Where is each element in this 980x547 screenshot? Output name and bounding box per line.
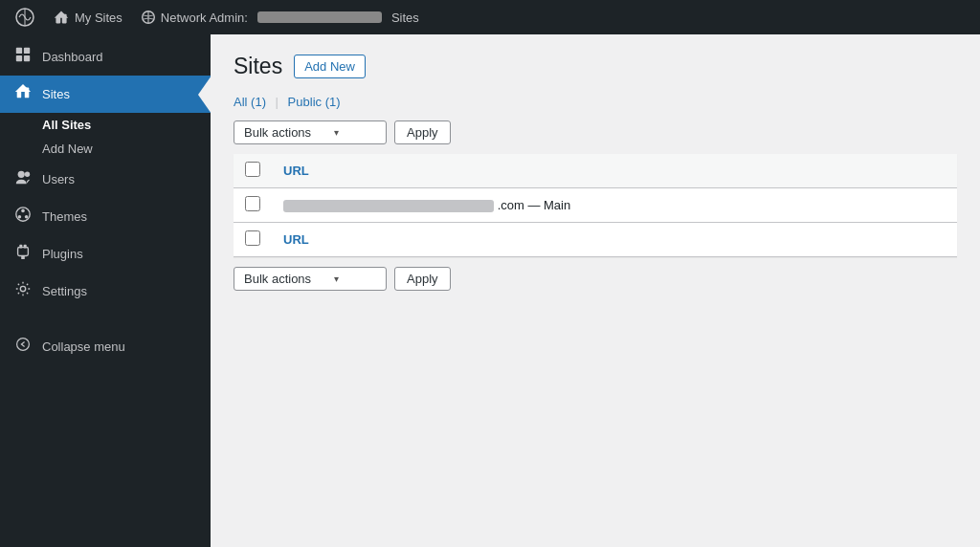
svg-rect-10 (24, 55, 30, 61)
table-header-row: URL (234, 154, 957, 188)
dashboard-icon (13, 46, 33, 68)
sidebar-item-sites[interactable]: Sites (0, 76, 211, 113)
add-new-button[interactable]: Add New (294, 55, 366, 78)
network-admin-link[interactable]: Network Admin: Sites (134, 0, 427, 34)
sidebar-item-plugins[interactable]: Plugins (0, 235, 211, 273)
svg-rect-11 (17, 91, 22, 98)
my-sites-link[interactable]: My Sites (46, 0, 130, 34)
bulk-actions-select-bottom[interactable]: Bulk actions ▾ (234, 267, 387, 291)
apply-button-bottom[interactable]: Apply (394, 267, 451, 291)
row-checkbox[interactable] (245, 196, 260, 211)
chevron-down-icon-bottom: ▾ (334, 274, 339, 284)
sidebar-dashboard-label: Dashboard (42, 50, 103, 64)
sidebar-sub-add-new[interactable]: Add New (42, 137, 211, 161)
svg-point-18 (25, 215, 29, 219)
svg-point-17 (21, 209, 25, 213)
bulk-actions-label-bottom: Bulk actions (244, 272, 311, 286)
page-title: Sites (234, 54, 282, 79)
sidebar: Dashboard Sites All Sites Add New Users (0, 34, 211, 547)
footer-select-all-checkbox[interactable] (245, 230, 260, 246)
row-url-cell: .com — Main (272, 188, 957, 223)
site-main-label: .com — Main (498, 198, 571, 212)
sites-icon (13, 83, 33, 105)
sidebar-users-label: Users (42, 172, 75, 186)
sidebar-item-dashboard[interactable]: Dashboard (0, 38, 211, 76)
settings-icon (13, 280, 33, 302)
network-admin-label: Network Admin: (161, 11, 248, 25)
svg-rect-22 (18, 248, 29, 256)
users-icon (13, 168, 33, 190)
my-sites-label: My Sites (75, 11, 122, 25)
wp-logo-link[interactable] (8, 0, 42, 34)
collapse-icon (13, 337, 33, 357)
svg-rect-8 (24, 48, 30, 54)
select-all-checkbox[interactable] (245, 162, 260, 177)
svg-point-25 (17, 339, 30, 351)
footer-url-col: URL (272, 223, 957, 257)
sidebar-themes-label: Themes (42, 209, 87, 224)
network-admin-redacted (257, 11, 382, 23)
svg-point-15 (25, 172, 30, 177)
filter-links: All (1) | Public (1) (234, 95, 957, 109)
bulk-actions-label-top: Bulk actions (244, 125, 311, 140)
svg-rect-2 (56, 17, 60, 23)
header-checkbox-col (234, 154, 272, 188)
svg-rect-9 (16, 55, 22, 61)
svg-rect-23 (21, 256, 25, 260)
svg-point-19 (18, 215, 22, 219)
row-checkbox-cell (234, 188, 272, 223)
sidebar-settings-label: Settings (42, 284, 87, 298)
filter-separator: | (276, 95, 278, 109)
main-content: Sites Add New All (1) | Public (1) Bulk … (211, 34, 980, 547)
themes-icon (13, 206, 33, 228)
sidebar-item-settings[interactable]: Settings (0, 273, 211, 310)
collapse-menu-label: Collapse menu (42, 339, 125, 354)
filter-all-link[interactable]: All (1) (234, 95, 270, 109)
app-body: Dashboard Sites All Sites Add New Users (0, 34, 980, 547)
page-title-row: Sites Add New (234, 54, 957, 79)
svg-rect-7 (16, 48, 22, 54)
svg-point-24 (20, 286, 25, 291)
svg-point-14 (18, 171, 25, 178)
sites-topbar-label: Sites (391, 11, 419, 25)
sidebar-sub-all-sites[interactable]: All Sites (42, 113, 211, 137)
bulk-actions-bar-top: Bulk actions ▾ Apply (234, 120, 957, 144)
site-url-redacted (283, 200, 494, 212)
sidebar-item-users[interactable]: Users (0, 161, 211, 198)
sites-table: URL .com — Main URL (234, 154, 957, 257)
sidebar-sites-sub: All Sites Add New (0, 113, 211, 161)
sidebar-item-themes[interactable]: Themes (0, 198, 211, 235)
apply-button-top[interactable]: Apply (394, 120, 451, 144)
footer-checkbox-col (234, 223, 272, 257)
filter-public-link[interactable]: Public (1) (288, 95, 341, 109)
top-bar: My Sites Network Admin: Sites (0, 0, 980, 34)
sidebar-sites-label: Sites (42, 87, 70, 101)
chevron-down-icon-top: ▾ (334, 127, 339, 138)
header-url-col: URL (272, 154, 957, 188)
bulk-actions-bar-bottom: Bulk actions ▾ Apply (234, 267, 957, 291)
table-footer-url-row: URL (234, 223, 957, 257)
sidebar-plugins-label: Plugins (42, 247, 83, 261)
plugins-icon (13, 243, 33, 265)
bulk-actions-select-top[interactable]: Bulk actions ▾ (234, 120, 387, 144)
table-row: .com — Main (234, 188, 957, 223)
sidebar-collapse-menu[interactable]: Collapse menu (0, 329, 211, 364)
